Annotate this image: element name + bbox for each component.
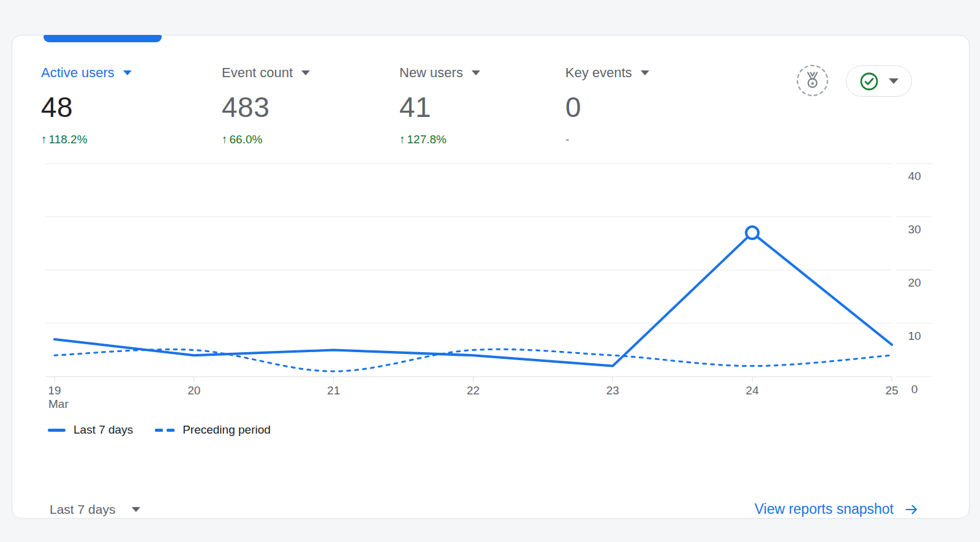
y-axis-tick-label: 10 <box>908 329 921 342</box>
last-7-days-line <box>55 233 892 366</box>
x-axis-tick-label: 25 <box>885 384 898 397</box>
arrow-right-icon <box>903 502 920 517</box>
x-axis-month-label: Mar <box>48 397 69 410</box>
solid-line-swatch-icon <box>48 429 66 432</box>
x-axis-tick-label: 24 <box>746 384 760 397</box>
y-axis-tick-label: 0 <box>911 383 918 396</box>
legend-label: Last 7 days <box>74 423 133 437</box>
legend-item-preceding-period[interactable]: Preceding period <box>155 423 271 437</box>
chart-series[interactable] <box>55 227 892 371</box>
x-axis-tick-label: 21 <box>327 384 340 397</box>
chevron-down-icon <box>132 507 140 512</box>
chart-axis-labels: 01020304019202122232425Mar <box>48 170 921 410</box>
x-axis-tick-label: 19 <box>48 384 61 397</box>
dashed-line-swatch-icon <box>155 429 175 432</box>
active-users-trend-chart[interactable]: 01020304019202122232425Mar <box>12 36 970 519</box>
legend-label: Preceding period <box>183 423 271 437</box>
view-reports-snapshot-link[interactable]: View reports snapshot <box>755 501 920 518</box>
y-axis-tick-label: 30 <box>908 223 921 236</box>
date-range-dropdown[interactable]: Last 7 days <box>50 502 140 517</box>
legend-item-last-7-days[interactable]: Last 7 days <box>48 423 133 437</box>
date-range-label: Last 7 days <box>50 502 115 517</box>
y-axis-tick-label: 40 <box>908 170 921 183</box>
x-axis-tick-label: 22 <box>467 384 480 397</box>
x-axis-tick-label: 20 <box>187 384 200 397</box>
chart-legend: Last 7 days Preceding period <box>48 422 271 438</box>
data-point-marker[interactable] <box>746 227 758 239</box>
snapshot-link-label: View reports snapshot <box>755 501 894 518</box>
analytics-overview-card: Active users 48 ↑ 118.2% Event count 483… <box>12 35 970 519</box>
y-axis-tick-label: 20 <box>908 276 921 289</box>
x-axis-tick-label: 23 <box>606 384 619 397</box>
